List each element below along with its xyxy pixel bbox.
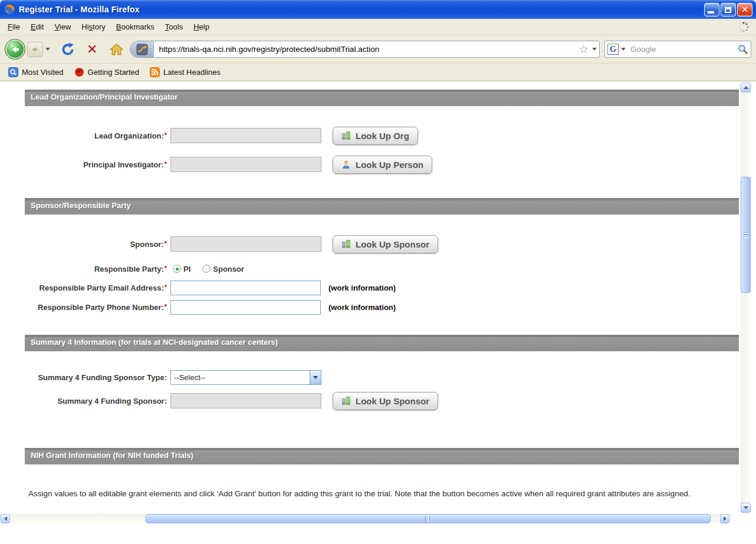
responsible-party-email-input[interactable] bbox=[170, 281, 321, 295]
responsible-party-sponsor-radio[interactable] bbox=[202, 265, 211, 273]
sponsor-input bbox=[170, 236, 321, 252]
back-forward-dropdown-icon[interactable] bbox=[45, 48, 50, 51]
vertical-scrollbar-thumb[interactable] bbox=[741, 177, 751, 293]
url-bar[interactable]: ☆ bbox=[130, 41, 600, 58]
back-arrow-icon bbox=[9, 44, 21, 55]
required-marker: * bbox=[165, 240, 167, 247]
browser-window: Register Trial - Mozilla Firefox ✕ File … bbox=[0, 0, 756, 523]
responsible-party-phone-row: Responsible Party Phone Number:* (work i… bbox=[0, 299, 396, 315]
close-icon: ✕ bbox=[741, 5, 748, 14]
responsible-party-pi-radio[interactable] bbox=[173, 265, 181, 273]
forward-arrow-icon bbox=[31, 45, 40, 54]
search-box[interactable]: G bbox=[604, 41, 751, 58]
summary4-sponsor-input bbox=[170, 393, 321, 408]
responsible-party-row: Responsible Party:* PI Sponsor bbox=[0, 262, 244, 276]
reload-icon[interactable] bbox=[61, 42, 75, 57]
firefox-icon bbox=[4, 4, 15, 15]
sponsor-label: Sponsor:* bbox=[0, 240, 167, 249]
phone-work-information-note: (work information) bbox=[328, 303, 396, 312]
bookmark-star-icon[interactable]: ☆ bbox=[578, 44, 589, 55]
summary4-sponsor-type-row: Summary 4 Funding Sponsor Type: --Select… bbox=[0, 370, 321, 385]
search-go-icon[interactable] bbox=[737, 44, 748, 55]
responsible-party-pi-label[interactable]: PI bbox=[183, 265, 190, 273]
minimize-icon bbox=[708, 11, 714, 14]
minimize-button[interactable] bbox=[704, 3, 719, 17]
menu-bar: File Edit View History Bookmarks Tools H… bbox=[0, 19, 756, 35]
required-marker: * bbox=[165, 160, 167, 167]
responsible-party-sponsor-label[interactable]: Sponsor bbox=[213, 265, 244, 273]
select-dropdown-button[interactable] bbox=[310, 371, 321, 384]
menu-edit[interactable]: Edit bbox=[25, 20, 49, 34]
forward-button[interactable] bbox=[27, 42, 43, 57]
building-icon bbox=[341, 239, 351, 249]
person-icon bbox=[341, 160, 351, 169]
lead-organization-row: Lead Organization:* Look Up Org bbox=[0, 126, 418, 145]
page-content: Lead Organization/Principal Investigator… bbox=[0, 81, 756, 523]
section-header-nih-grant: NIH Grant Information (for NIH funded Tr… bbox=[25, 448, 739, 464]
responsible-party-phone-label: Responsible Party Phone Number:* bbox=[0, 303, 167, 312]
scroll-right-button[interactable] bbox=[720, 514, 729, 523]
lead-organization-label: Lead Organization:* bbox=[0, 131, 167, 140]
close-button[interactable]: ✕ bbox=[737, 3, 752, 17]
stop-icon[interactable]: ✕ bbox=[87, 43, 97, 56]
menu-tools[interactable]: Tools bbox=[160, 20, 188, 34]
site-identity-box[interactable] bbox=[130, 41, 154, 58]
principal-investigator-label: Principal Investigator:* bbox=[0, 160, 167, 169]
section-header-summary4: Summary 4 Information (for trials at NCI… bbox=[25, 335, 739, 351]
rss-icon bbox=[150, 67, 160, 77]
restore-button[interactable] bbox=[721, 3, 736, 17]
building-icon bbox=[341, 396, 351, 405]
chevron-down-icon bbox=[313, 376, 318, 379]
getting-started-icon bbox=[74, 67, 84, 77]
search-input[interactable] bbox=[628, 45, 737, 54]
bookmark-most-visited[interactable]: Most Visited bbox=[5, 66, 67, 78]
horizontal-scrollbar-thumb[interactable] bbox=[146, 514, 711, 523]
url-input[interactable] bbox=[154, 45, 576, 54]
principal-investigator-row: Principal Investigator:* Look Up Person bbox=[0, 155, 432, 174]
url-dropdown-icon[interactable] bbox=[592, 48, 597, 51]
bookmark-getting-started[interactable]: Getting Started bbox=[71, 66, 143, 78]
summary4-sponsor-type-label: Summary 4 Funding Sponsor Type: bbox=[0, 373, 167, 382]
responsible-party-phone-input[interactable] bbox=[170, 300, 321, 315]
menu-history[interactable]: History bbox=[76, 20, 110, 34]
responsible-party-email-label: Responsible Party Email Address:* bbox=[0, 283, 167, 292]
menu-file[interactable]: File bbox=[2, 20, 25, 34]
required-marker: * bbox=[165, 131, 167, 139]
summary4-sponsor-row: Summary 4 Funding Sponsor: Look Up Spons… bbox=[0, 391, 438, 410]
required-marker: * bbox=[165, 265, 167, 272]
look-up-person-button[interactable]: Look Up Person bbox=[333, 156, 432, 174]
title-bar: Register Trial - Mozilla Firefox ✕ bbox=[0, 0, 756, 19]
responsible-party-label: Responsible Party:* bbox=[0, 265, 167, 273]
scroll-down-button[interactable] bbox=[741, 503, 751, 513]
chevron-down-icon bbox=[744, 506, 748, 509]
chevron-right-icon bbox=[724, 516, 727, 521]
menu-view[interactable]: View bbox=[49, 20, 76, 34]
summary4-look-up-sponsor-button[interactable]: Look Up Sponsor bbox=[333, 392, 438, 410]
menu-help[interactable]: Help bbox=[188, 20, 215, 34]
required-marker: * bbox=[165, 303, 167, 310]
principal-investigator-input bbox=[170, 157, 321, 172]
scroll-up-button[interactable] bbox=[741, 83, 751, 93]
building-icon bbox=[341, 131, 351, 140]
bookmarks-toolbar: Most Visited Getting Started Latest Head… bbox=[0, 64, 756, 81]
vertical-scrollbar[interactable] bbox=[741, 83, 751, 513]
menu-bookmarks[interactable]: Bookmarks bbox=[111, 20, 160, 34]
horizontal-scrollbar[interactable] bbox=[0, 514, 731, 523]
summary4-sponsor-label: Summary 4 Funding Sponsor: bbox=[0, 397, 167, 405]
search-engine-dropdown-icon[interactable] bbox=[621, 48, 626, 51]
home-icon[interactable] bbox=[109, 42, 124, 57]
back-button[interactable] bbox=[5, 39, 25, 60]
summary4-sponsor-type-value: --Select-- bbox=[174, 373, 205, 382]
scroll-left-button[interactable] bbox=[1, 514, 10, 523]
chevron-left-icon bbox=[4, 516, 7, 521]
look-up-sponsor-button[interactable]: Look Up Sponsor bbox=[333, 235, 438, 253]
nih-grant-instructions: Assign values to all editable grant elem… bbox=[28, 488, 723, 500]
responsible-party-email-row: Responsible Party Email Address:* (work … bbox=[0, 279, 396, 296]
search-engine-icon[interactable]: G bbox=[607, 44, 619, 55]
look-up-org-button[interactable]: Look Up Org bbox=[333, 127, 418, 145]
email-work-information-note: (work information) bbox=[328, 283, 396, 292]
chevron-up-icon bbox=[744, 86, 748, 89]
sponsor-row: Sponsor:* Look Up Sponsor bbox=[0, 235, 438, 253]
summary4-sponsor-type-select[interactable]: --Select-- bbox=[170, 370, 321, 385]
bookmark-latest-headlines[interactable]: Latest Headlines bbox=[146, 66, 224, 78]
